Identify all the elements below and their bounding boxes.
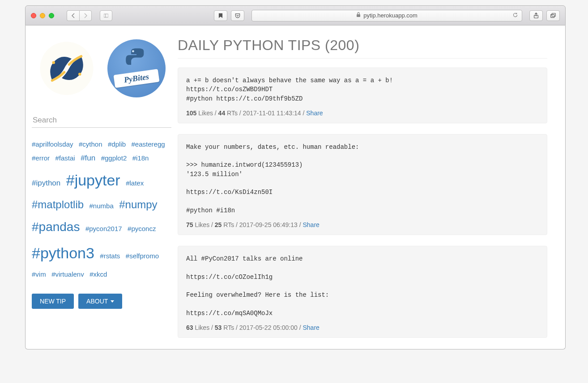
tag-link[interactable]: #ipython	[32, 176, 60, 190]
pocket-extension-icon[interactable]	[231, 10, 244, 21]
tip-text: a += b doesn't always behave the same wa…	[186, 76, 539, 103]
tag-link[interactable]: #i18n	[132, 152, 149, 165]
page-title: DAILY PYTHON TIPS (200)	[178, 37, 547, 59]
sidebar: PyBites #aprilfoolsday #cython #dplib #e…	[26, 33, 178, 345]
new-tip-button[interactable]: NEW TIP	[32, 294, 74, 309]
rts-count: 44	[218, 109, 226, 117]
tag-link[interactable]: #pyconcz	[128, 223, 156, 236]
tag-link[interactable]: #python3	[32, 239, 94, 268]
timestamp: 2017-11-01 11:43:14	[243, 109, 301, 117]
address-bar[interactable]: pytip.herokuapp.com	[251, 10, 522, 21]
tip-meta: 63 Likes / 53 RTs / 2017-05-22 05:00:00 …	[186, 324, 539, 331]
url-text: pytip.herokuapp.com	[363, 12, 418, 19]
tip-text: Make your numbers, dates, etc. human rea…	[186, 143, 539, 215]
python-tips-logo[interactable]	[35, 37, 98, 100]
about-label: ABOUT	[86, 298, 108, 305]
tag-link[interactable]: #fastai	[55, 152, 75, 165]
tag-link[interactable]: #latex	[126, 177, 144, 190]
caret-down-icon	[111, 300, 114, 303]
tag-link[interactable]: #matplotlib	[32, 194, 84, 215]
tag-link[interactable]: #fun	[81, 151, 95, 165]
back-button[interactable]	[67, 10, 79, 21]
page-content: PyBites #aprilfoolsday #cython #dplib #e…	[25, 25, 566, 349]
tag-link[interactable]: #numba	[89, 200, 114, 213]
tag-link[interactable]: #pandas	[32, 215, 80, 239]
svg-point-9	[132, 50, 134, 52]
tip-card: All #PyCon2017 talks are online https://…	[178, 246, 547, 338]
svg-point-6	[40, 42, 93, 95]
likes-count: 75	[186, 221, 193, 228]
tip-text: All #PyCon2017 talks are online https://…	[186, 254, 539, 318]
tag-link[interactable]: #selfpromo	[126, 250, 159, 263]
tips-list: a += b doesn't always behave the same wa…	[178, 67, 547, 338]
svg-point-8	[78, 73, 81, 76]
tag-cloud: #aprilfoolsday #cython #dplib #easteregg…	[32, 138, 171, 281]
about-dropdown-button[interactable]: ABOUT	[78, 294, 122, 309]
tag-link[interactable]: #xkcd	[89, 268, 107, 281]
rts-count: 25	[215, 221, 222, 228]
forward-button[interactable]	[79, 10, 92, 21]
timestamp: 2017-05-22 05:00:00	[239, 324, 298, 331]
tip-card: Make your numbers, dates, etc. human rea…	[178, 134, 547, 235]
share-link[interactable]: Share	[306, 109, 323, 117]
rts-count: 53	[215, 324, 222, 331]
window-controls	[31, 13, 54, 18]
tag-link[interactable]: #pycon2017	[85, 223, 122, 236]
tip-card: a += b doesn't always behave the same wa…	[178, 67, 547, 123]
tag-link[interactable]: #aprilfoolsday	[32, 138, 73, 151]
search-input[interactable]	[32, 113, 171, 128]
logos-row: PyBites	[32, 37, 171, 100]
likes-count: 105	[186, 109, 196, 117]
svg-rect-0	[104, 14, 108, 17]
tag-link[interactable]: #virtualenv	[51, 268, 84, 281]
minimize-window-button[interactable]	[40, 13, 45, 18]
svg-rect-5	[552, 13, 555, 16]
sidebar-toggle-button[interactable]	[100, 10, 112, 21]
evernote-extension-icon[interactable]	[214, 10, 227, 21]
tag-link[interactable]: #vim	[32, 268, 46, 281]
maximize-window-button[interactable]	[49, 13, 54, 18]
tag-link[interactable]: #dplib	[108, 138, 126, 151]
share-link[interactable]: Share	[303, 221, 320, 228]
share-button[interactable]	[529, 10, 543, 21]
main-content: DAILY PYTHON TIPS (200) a += b doesn't a…	[178, 33, 565, 345]
reload-icon[interactable]	[512, 12, 518, 19]
tip-meta: 75 Likes / 25 RTs / 2017-09-25 06:49:13 …	[186, 221, 539, 228]
tip-meta: 105 Likes / 44 RTs / 2017-11-01 11:43:14…	[186, 109, 539, 117]
tag-link[interactable]: #error	[32, 152, 50, 165]
browser-toolbar: pytip.herokuapp.com	[25, 5, 566, 25]
likes-count: 63	[186, 324, 193, 331]
svg-rect-2	[357, 14, 360, 17]
tabs-button[interactable]	[546, 10, 560, 21]
timestamp: 2017-09-25 06:49:13	[239, 221, 298, 228]
share-link[interactable]: Share	[303, 324, 320, 331]
tag-link[interactable]: #cython	[79, 138, 102, 151]
close-window-button[interactable]	[31, 13, 36, 18]
svg-point-7	[52, 61, 55, 64]
svg-rect-4	[551, 14, 554, 17]
tag-link[interactable]: #rstats	[100, 250, 120, 263]
tag-link[interactable]: #easteregg	[132, 138, 165, 151]
tag-link[interactable]: #ggplot2	[101, 152, 127, 165]
pybites-ribbon-text: PyBites	[113, 69, 159, 88]
lock-icon	[356, 12, 361, 19]
pybites-logo[interactable]: PyBites	[105, 37, 168, 100]
tag-link[interactable]: #numpy	[119, 194, 157, 215]
python-icon	[125, 47, 148, 71]
tag-link[interactable]: #jupyter	[66, 166, 120, 195]
